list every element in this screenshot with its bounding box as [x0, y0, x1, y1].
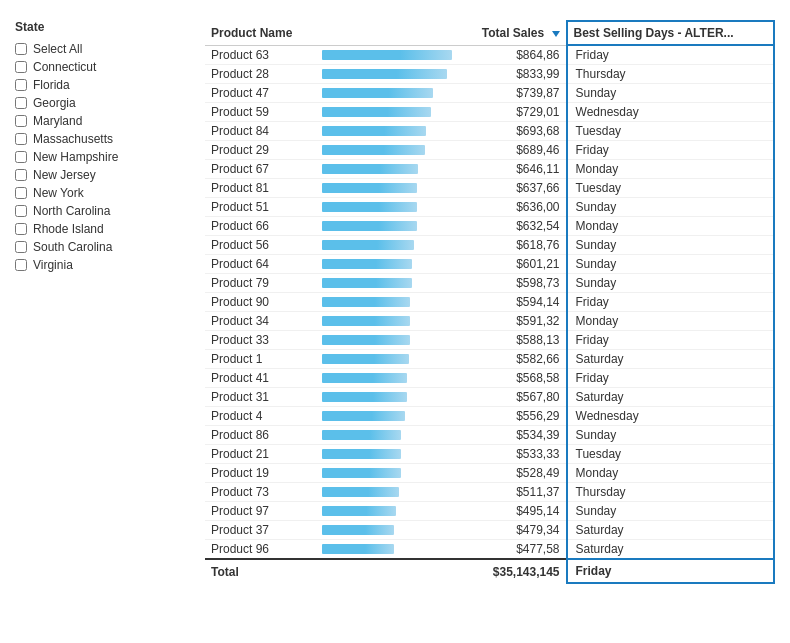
cell-day: Friday — [567, 45, 774, 65]
cell-product: Product 4 — [205, 407, 316, 426]
col-header-day[interactable]: Best Selling Days - ALTER... — [567, 21, 774, 45]
cell-product: Product 21 — [205, 445, 316, 464]
cell-bar — [316, 350, 458, 369]
table-row: Product 73$511,37Thursday — [205, 483, 774, 502]
sidebar-item-select-all[interactable]: Select All — [15, 40, 185, 58]
bar-fill — [322, 316, 410, 326]
cell-bar — [316, 483, 458, 502]
sidebar-items: Select AllConnecticutFloridaGeorgiaMaryl… — [15, 40, 185, 274]
table-row: Product 97$495,14Sunday — [205, 502, 774, 521]
sidebar-item-maryland[interactable]: Maryland — [15, 112, 185, 130]
bar-fill — [322, 278, 412, 288]
cell-day: Sunday — [567, 274, 774, 293]
table-row: Product 64$601,21Sunday — [205, 255, 774, 274]
cell-day: Friday — [567, 141, 774, 160]
sidebar-item-virginia[interactable]: Virginia — [15, 256, 185, 274]
sidebar-item-label: Maryland — [33, 114, 82, 128]
sidebar-item-massachusetts[interactable]: Massachusetts — [15, 130, 185, 148]
bar-fill — [322, 164, 418, 174]
cell-day: Sunday — [567, 502, 774, 521]
cell-sales: $511,37 — [458, 483, 566, 502]
cell-sales: $637,66 — [458, 179, 566, 198]
cell-day: Tuesday — [567, 179, 774, 198]
table-row: Product 28$833,99Thursday — [205, 65, 774, 84]
bar-fill — [322, 335, 410, 345]
checkbox-massachusetts[interactable] — [15, 133, 27, 145]
checkbox-select-all[interactable] — [15, 43, 27, 55]
cell-sales: $533,33 — [458, 445, 566, 464]
sidebar-item-label: North Carolina — [33, 204, 110, 218]
table-body: Product 63$864,86FridayProduct 28$833,99… — [205, 45, 774, 559]
cell-sales: $601,21 — [458, 255, 566, 274]
cell-bar — [316, 540, 458, 560]
col-header-product[interactable]: Product Name — [205, 21, 316, 45]
checkbox-new-york[interactable] — [15, 187, 27, 199]
checkbox-georgia[interactable] — [15, 97, 27, 109]
checkbox-connecticut[interactable] — [15, 61, 27, 73]
table-row: Product 84$693,68Tuesday — [205, 122, 774, 141]
table-row: Product 81$637,66Tuesday — [205, 179, 774, 198]
checkbox-new-hampshire[interactable] — [15, 151, 27, 163]
cell-bar — [316, 407, 458, 426]
sidebar-item-label: New Jersey — [33, 168, 96, 182]
cell-bar — [316, 236, 458, 255]
sidebar-item-label: Connecticut — [33, 60, 96, 74]
cell-sales: $534,39 — [458, 426, 566, 445]
sidebar-item-new-hampshire[interactable]: New Hampshire — [15, 148, 185, 166]
sidebar-item-label: Florida — [33, 78, 70, 92]
cell-bar — [316, 445, 458, 464]
checkbox-south-carolina[interactable] — [15, 241, 27, 253]
footer-label: Total — [205, 559, 316, 583]
cell-bar — [316, 464, 458, 483]
sidebar-item-south-carolina[interactable]: South Carolina — [15, 238, 185, 256]
cell-product: Product 64 — [205, 255, 316, 274]
table-row: Product 19$528,49Monday — [205, 464, 774, 483]
cell-bar — [316, 331, 458, 350]
bar-fill — [322, 107, 431, 117]
cell-sales: $646,11 — [458, 160, 566, 179]
cell-product: Product 19 — [205, 464, 316, 483]
cell-product: Product 34 — [205, 312, 316, 331]
cell-product: Product 31 — [205, 388, 316, 407]
sidebar-item-new-york[interactable]: New York — [15, 184, 185, 202]
sidebar-item-new-jersey[interactable]: New Jersey — [15, 166, 185, 184]
col-header-sales[interactable]: Total Sales — [458, 21, 566, 45]
cell-product: Product 97 — [205, 502, 316, 521]
checkbox-maryland[interactable] — [15, 115, 27, 127]
cell-sales: $556,29 — [458, 407, 566, 426]
sidebar-item-rhode-island[interactable]: Rhode Island — [15, 220, 185, 238]
checkbox-virginia[interactable] — [15, 259, 27, 271]
cell-product: Product 47 — [205, 84, 316, 103]
checkbox-new-jersey[interactable] — [15, 169, 27, 181]
table-row: Product 21$533,33Tuesday — [205, 445, 774, 464]
cell-day: Saturday — [567, 388, 774, 407]
cell-bar — [316, 388, 458, 407]
bar-fill — [322, 297, 410, 307]
cell-day: Monday — [567, 160, 774, 179]
bar-fill — [322, 50, 452, 60]
table-row: Product 33$588,13Friday — [205, 331, 774, 350]
cell-sales: $739,87 — [458, 84, 566, 103]
sidebar-item-florida[interactable]: Florida — [15, 76, 185, 94]
table-row: Product 56$618,76Sunday — [205, 236, 774, 255]
sidebar-item-connecticut[interactable]: Connecticut — [15, 58, 185, 76]
table-row: Product 29$689,46Friday — [205, 141, 774, 160]
bar-fill — [322, 487, 399, 497]
table-row: Product 34$591,32Monday — [205, 312, 774, 331]
sidebar-item-georgia[interactable]: Georgia — [15, 94, 185, 112]
footer-sales: $35,143,145 — [458, 559, 566, 583]
cell-day: Thursday — [567, 65, 774, 84]
cell-sales: $582,66 — [458, 350, 566, 369]
table-row: Product 41$568,58Friday — [205, 369, 774, 388]
bar-fill — [322, 506, 396, 516]
cell-product: Product 67 — [205, 160, 316, 179]
cell-day: Wednesday — [567, 407, 774, 426]
checkbox-rhode-island[interactable] — [15, 223, 27, 235]
checkbox-north-carolina[interactable] — [15, 205, 27, 217]
app-container: State Select AllConnecticutFloridaGeorgi… — [0, 0, 790, 604]
bar-fill — [322, 449, 401, 459]
sidebar-item-north-carolina[interactable]: North Carolina — [15, 202, 185, 220]
bar-fill — [322, 259, 412, 269]
cell-bar — [316, 179, 458, 198]
checkbox-florida[interactable] — [15, 79, 27, 91]
